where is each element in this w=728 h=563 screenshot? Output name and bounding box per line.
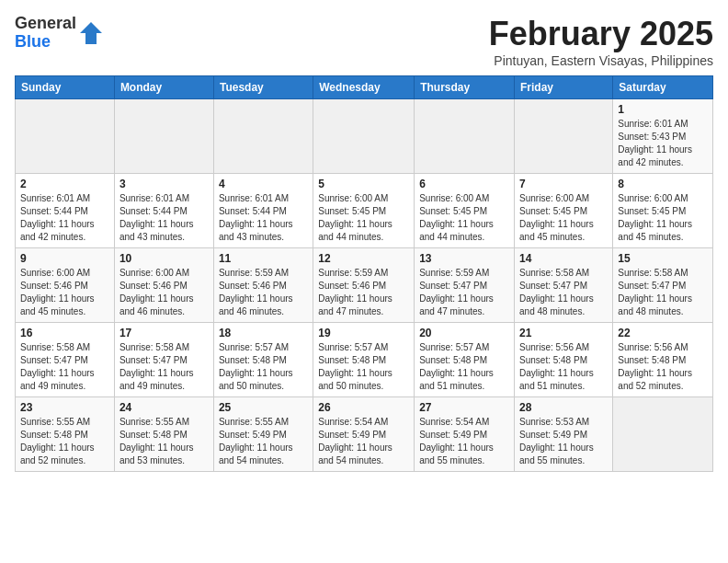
logo-general-text: General: [15, 15, 76, 33]
day-number: 20: [419, 327, 509, 339]
day-info: Sunrise: 5:57 AM Sunset: 5:48 PM Dayligh…: [318, 341, 409, 393]
day-number: 9: [20, 252, 109, 265]
day-number: 8: [618, 178, 708, 190]
calendar-header-row: SundayMondayTuesdayWednesdayThursdayFrid…: [16, 76, 713, 99]
title-area: February 2025 Pintuyan, Eastern Visayas,…: [489, 15, 713, 68]
calendar-cell: [213, 99, 313, 174]
day-number: 3: [119, 178, 209, 190]
week-row-4: 16Sunrise: 5:58 AM Sunset: 5:47 PM Dayli…: [16, 323, 713, 397]
day-number: 4: [219, 178, 308, 190]
day-number: 26: [318, 401, 409, 414]
calendar-cell: [16, 99, 115, 174]
day-info: Sunrise: 5:58 AM Sunset: 5:47 PM Dayligh…: [618, 267, 708, 318]
week-row-1: 1Sunrise: 6:01 AM Sunset: 5:43 PM Daylig…: [16, 99, 713, 174]
day-number: 23: [20, 401, 109, 414]
calendar-cell: 24Sunrise: 5:55 AM Sunset: 5:48 PM Dayli…: [114, 397, 213, 472]
calendar-cell: 23Sunrise: 5:55 AM Sunset: 5:48 PM Dayli…: [16, 397, 115, 472]
day-info: Sunrise: 5:59 AM Sunset: 5:47 PM Dayligh…: [419, 267, 509, 318]
calendar-cell: 5Sunrise: 6:00 AM Sunset: 5:45 PM Daylig…: [313, 174, 415, 248]
location-title: Pintuyan, Eastern Visayas, Philippines: [489, 53, 713, 68]
calendar-cell: [515, 99, 613, 174]
day-info: Sunrise: 5:59 AM Sunset: 5:46 PM Dayligh…: [219, 267, 308, 318]
day-info: Sunrise: 5:58 AM Sunset: 5:47 PM Dayligh…: [119, 341, 209, 393]
calendar-cell: 3Sunrise: 6:01 AM Sunset: 5:44 PM Daylig…: [114, 174, 213, 248]
calendar: SundayMondayTuesdayWednesdayThursdayFrid…: [15, 75, 713, 472]
day-info: Sunrise: 6:00 AM Sunset: 5:45 PM Dayligh…: [419, 192, 509, 244]
day-info: Sunrise: 6:00 AM Sunset: 5:46 PM Dayligh…: [20, 267, 109, 318]
calendar-cell: 22Sunrise: 5:56 AM Sunset: 5:48 PM Dayli…: [613, 323, 713, 397]
calendar-body: 1Sunrise: 6:01 AM Sunset: 5:43 PM Daylig…: [16, 99, 713, 472]
calendar-cell: 10Sunrise: 6:00 AM Sunset: 5:46 PM Dayli…: [114, 248, 213, 323]
day-number: 7: [519, 178, 608, 190]
week-row-5: 23Sunrise: 5:55 AM Sunset: 5:48 PM Dayli…: [16, 397, 713, 472]
day-header-thursday: Thursday: [415, 76, 515, 99]
day-info: Sunrise: 5:59 AM Sunset: 5:46 PM Dayligh…: [318, 267, 409, 318]
day-info: Sunrise: 5:55 AM Sunset: 5:49 PM Dayligh…: [219, 416, 308, 467]
day-number: 16: [20, 327, 109, 339]
day-header-tuesday: Tuesday: [213, 76, 313, 99]
calendar-cell: [415, 99, 515, 174]
calendar-cell: 26Sunrise: 5:54 AM Sunset: 5:49 PM Dayli…: [313, 397, 415, 472]
calendar-cell: 13Sunrise: 5:59 AM Sunset: 5:47 PM Dayli…: [415, 248, 515, 323]
day-info: Sunrise: 6:01 AM Sunset: 5:44 PM Dayligh…: [219, 192, 308, 244]
calendar-cell: 17Sunrise: 5:58 AM Sunset: 5:47 PM Dayli…: [114, 323, 213, 397]
logo: General Blue: [15, 15, 104, 52]
week-row-2: 2Sunrise: 6:01 AM Sunset: 5:44 PM Daylig…: [16, 174, 713, 248]
day-number: 25: [219, 401, 308, 414]
day-info: Sunrise: 5:55 AM Sunset: 5:48 PM Dayligh…: [20, 416, 109, 467]
day-number: 19: [318, 327, 409, 339]
calendar-cell: 18Sunrise: 5:57 AM Sunset: 5:48 PM Dayli…: [213, 323, 313, 397]
day-number: 22: [618, 327, 708, 339]
day-number: 21: [519, 327, 608, 339]
day-number: 28: [519, 401, 608, 414]
calendar-cell: 28Sunrise: 5:53 AM Sunset: 5:49 PM Dayli…: [515, 397, 613, 472]
day-info: Sunrise: 6:01 AM Sunset: 5:44 PM Dayligh…: [20, 192, 109, 244]
day-number: 18: [219, 327, 308, 339]
day-number: 11: [219, 252, 308, 265]
calendar-cell: [613, 397, 713, 472]
calendar-cell: 9Sunrise: 6:00 AM Sunset: 5:46 PM Daylig…: [16, 248, 115, 323]
calendar-cell: [114, 99, 213, 174]
calendar-cell: 16Sunrise: 5:58 AM Sunset: 5:47 PM Dayli…: [16, 323, 115, 397]
calendar-cell: 2Sunrise: 6:01 AM Sunset: 5:44 PM Daylig…: [16, 174, 115, 248]
day-number: 15: [618, 252, 708, 265]
day-info: Sunrise: 5:57 AM Sunset: 5:48 PM Dayligh…: [419, 341, 509, 393]
header: General Blue February 2025 Pintuyan, Eas…: [15, 15, 713, 68]
day-info: Sunrise: 6:00 AM Sunset: 5:46 PM Dayligh…: [119, 267, 209, 318]
calendar-cell: [313, 99, 415, 174]
day-header-saturday: Saturday: [613, 76, 713, 99]
day-number: 17: [119, 327, 209, 339]
svg-marker-0: [80, 22, 102, 44]
day-number: 24: [119, 401, 209, 414]
day-number: 27: [419, 401, 509, 414]
day-info: Sunrise: 5:53 AM Sunset: 5:49 PM Dayligh…: [519, 416, 608, 467]
day-info: Sunrise: 6:00 AM Sunset: 5:45 PM Dayligh…: [519, 192, 608, 244]
calendar-cell: 15Sunrise: 5:58 AM Sunset: 5:47 PM Dayli…: [613, 248, 713, 323]
day-number: 1: [618, 103, 708, 116]
calendar-cell: 7Sunrise: 6:00 AM Sunset: 5:45 PM Daylig…: [515, 174, 613, 248]
day-number: 13: [419, 252, 509, 265]
day-header-friday: Friday: [515, 76, 613, 99]
month-title: February 2025: [489, 15, 713, 53]
day-header-sunday: Sunday: [16, 76, 115, 99]
day-info: Sunrise: 6:01 AM Sunset: 5:44 PM Dayligh…: [119, 192, 209, 244]
day-info: Sunrise: 6:01 AM Sunset: 5:43 PM Dayligh…: [618, 118, 708, 169]
calendar-cell: 14Sunrise: 5:58 AM Sunset: 5:47 PM Dayli…: [515, 248, 613, 323]
day-info: Sunrise: 5:54 AM Sunset: 5:49 PM Dayligh…: [419, 416, 509, 467]
day-info: Sunrise: 5:57 AM Sunset: 5:48 PM Dayligh…: [219, 341, 308, 393]
logo-icon: [78, 20, 104, 46]
day-info: Sunrise: 5:58 AM Sunset: 5:47 PM Dayligh…: [20, 341, 109, 393]
day-header-wednesday: Wednesday: [313, 76, 415, 99]
calendar-cell: 1Sunrise: 6:01 AM Sunset: 5:43 PM Daylig…: [613, 99, 713, 174]
day-info: Sunrise: 6:00 AM Sunset: 5:45 PM Dayligh…: [318, 192, 409, 244]
day-info: Sunrise: 6:00 AM Sunset: 5:45 PM Dayligh…: [618, 192, 708, 244]
calendar-cell: 11Sunrise: 5:59 AM Sunset: 5:46 PM Dayli…: [213, 248, 313, 323]
day-info: Sunrise: 5:56 AM Sunset: 5:48 PM Dayligh…: [618, 341, 708, 393]
day-number: 5: [318, 178, 409, 190]
day-number: 2: [20, 178, 109, 190]
day-info: Sunrise: 5:54 AM Sunset: 5:49 PM Dayligh…: [318, 416, 409, 467]
logo-blue-text: Blue: [15, 33, 76, 52]
day-info: Sunrise: 5:56 AM Sunset: 5:48 PM Dayligh…: [519, 341, 608, 393]
calendar-cell: 25Sunrise: 5:55 AM Sunset: 5:49 PM Dayli…: [213, 397, 313, 472]
day-number: 10: [119, 252, 209, 265]
